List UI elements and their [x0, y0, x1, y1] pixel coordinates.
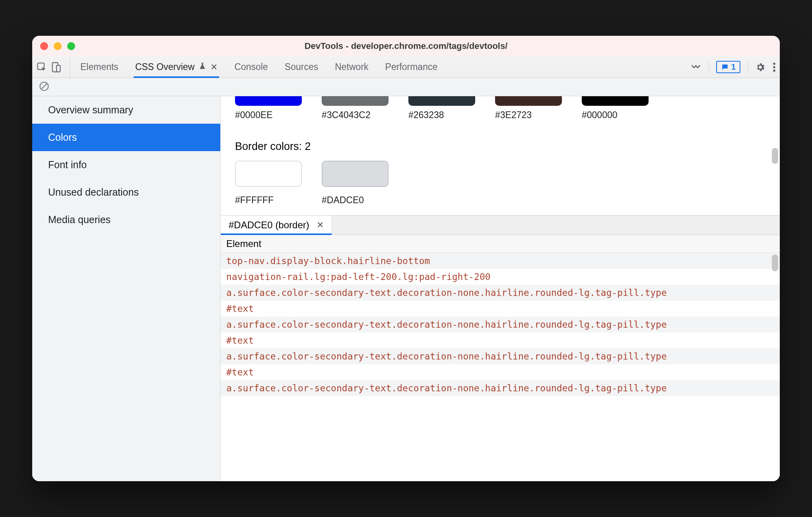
sidebar-item-overview-summary[interactable]: Overview summary — [32, 96, 220, 124]
maximize-window-button[interactable] — [67, 42, 75, 50]
element-row[interactable]: top-nav.display-block.hairline-bottom — [221, 253, 780, 269]
css-overview-sidebar: Overview summary Colors Font info Unused… — [32, 96, 221, 481]
swatch-box — [322, 96, 389, 106]
detail-tab[interactable]: #DADCE0 (border) ✕ — [221, 216, 332, 235]
close-window-button[interactable] — [40, 42, 48, 50]
tab-label: Performance — [385, 62, 438, 72]
swatch-box — [322, 161, 389, 187]
swatch-box — [235, 96, 302, 106]
swatch-box — [408, 96, 475, 106]
experiment-icon — [198, 62, 206, 72]
more-tabs-icon[interactable] — [690, 63, 701, 71]
panel-body: Overview summary Colors Font info Unused… — [32, 96, 780, 481]
swatch-box — [495, 96, 562, 106]
color-swatch[interactable]: #3C4043C2 — [322, 96, 389, 121]
close-tab-icon[interactable]: ✕ — [210, 62, 218, 72]
divider — [748, 61, 748, 73]
svg-rect-2 — [56, 65, 60, 72]
minimize-window-button[interactable] — [54, 42, 62, 50]
sidebar-item-label: Colors — [48, 132, 77, 143]
color-swatch[interactable]: #DADCE0 — [322, 161, 389, 206]
sidebar-item-label: Media queries — [48, 214, 111, 225]
close-detail-tab-icon[interactable]: ✕ — [317, 220, 324, 230]
titlebar: DevTools - developer.chrome.com/tags/dev… — [32, 36, 780, 56]
detail-tabstrip: #DADCE0 (border) ✕ — [221, 216, 780, 235]
sidebar-item-label: Overview summary — [48, 104, 133, 115]
tab-network[interactable]: Network — [335, 56, 368, 78]
element-row[interactable]: navigation-rail.lg:pad-left-200.lg:pad-r… — [221, 269, 780, 285]
devtools-tabstrip: Elements CSS Overview ✕ Console Sources … — [32, 56, 780, 78]
main-content: #0000EE#3C4043C2#263238#3E2723#000000Bor… — [221, 96, 780, 481]
window-title: DevTools - developer.chrome.com/tags/dev… — [32, 41, 780, 51]
element-row[interactable]: #text — [221, 332, 780, 348]
more-options-icon[interactable] — [773, 62, 776, 72]
tab-console[interactable]: Console — [234, 56, 268, 78]
issues-count: 1 — [731, 62, 736, 72]
tab-label: Sources — [285, 62, 318, 72]
color-swatch[interactable]: #FFFFFF — [235, 161, 302, 206]
swatch-label: #DADCE0 — [322, 195, 364, 206]
element-row[interactable]: a.surface.color-secondary-text.decoratio… — [221, 348, 780, 364]
colors-scroll-area[interactable]: #0000EE#3C4043C2#263238#3E2723#000000Bor… — [221, 96, 780, 215]
element-row[interactable]: a.surface.color-secondary-text.decoratio… — [221, 317, 780, 332]
swatch-label: #FFFFFF — [235, 195, 274, 206]
devtools-window: DevTools - developer.chrome.com/tags/dev… — [32, 36, 780, 481]
divider — [709, 61, 709, 73]
swatch-label: #0000EE — [235, 110, 273, 121]
detail-header: Element — [221, 235, 780, 253]
device-toolbar-icon[interactable] — [51, 62, 62, 73]
tab-sources[interactable]: Sources — [285, 56, 318, 78]
tab-label: CSS Overview — [135, 62, 195, 72]
panel-toolbar — [32, 78, 780, 96]
swatch-box — [582, 96, 649, 106]
tab-performance[interactable]: Performance — [385, 56, 438, 78]
svg-point-5 — [773, 69, 775, 72]
swatch-label: #3E2723 — [495, 110, 532, 121]
swatch-label: #000000 — [582, 110, 618, 121]
element-detail-panel: #DADCE0 (border) ✕ Element top-nav.displ… — [221, 215, 780, 422]
settings-icon[interactable] — [755, 62, 765, 72]
color-swatch[interactable]: #263238 — [408, 96, 475, 121]
border-colors-heading: Border colors: 2 — [235, 140, 765, 153]
sidebar-item-label: Font info — [48, 159, 87, 170]
tab-css-overview[interactable]: CSS Overview ✕ — [135, 56, 218, 78]
element-row[interactable]: a.surface.color-secondary-text.decoratio… — [221, 285, 780, 301]
element-list[interactable]: top-nav.display-block.hairline-bottomnav… — [221, 253, 780, 396]
sidebar-item-label: Unused declarations — [48, 187, 139, 198]
tab-elements[interactable]: Elements — [80, 56, 118, 78]
color-swatch[interactable]: #0000EE — [235, 96, 302, 121]
tab-label: Network — [335, 62, 368, 72]
scrollbar-thumb[interactable] — [772, 148, 778, 164]
swatch-label: #3C4043C2 — [322, 110, 371, 121]
element-row[interactable]: a.surface.color-secondary-text.decoratio… — [221, 380, 780, 396]
swatch-box — [235, 161, 302, 187]
svg-point-3 — [773, 62, 775, 65]
sidebar-item-media-queries[interactable]: Media queries — [32, 206, 220, 233]
window-controls — [40, 42, 75, 50]
inspect-icon[interactable] — [36, 62, 47, 73]
color-swatch[interactable]: #3E2723 — [495, 96, 562, 121]
element-row[interactable]: #text — [221, 301, 780, 317]
scrollbar-thumb[interactable] — [772, 255, 778, 271]
issues-badge[interactable]: 1 — [716, 61, 740, 73]
color-swatch[interactable]: #000000 — [582, 96, 649, 121]
sidebar-item-unused-declarations[interactable]: Unused declarations — [32, 179, 220, 206]
detail-tab-label: #DADCE0 (border) — [229, 220, 309, 231]
svg-point-4 — [773, 66, 775, 68]
swatch-label: #263238 — [408, 110, 444, 121]
sidebar-item-colors[interactable]: Colors — [32, 124, 220, 151]
svg-line-7 — [41, 84, 47, 89]
clear-overview-icon[interactable] — [39, 81, 50, 93]
sidebar-item-font-info[interactable]: Font info — [32, 151, 220, 179]
element-row[interactable]: #text — [221, 364, 780, 380]
tab-label: Elements — [80, 62, 118, 72]
tab-label: Console — [234, 62, 268, 72]
